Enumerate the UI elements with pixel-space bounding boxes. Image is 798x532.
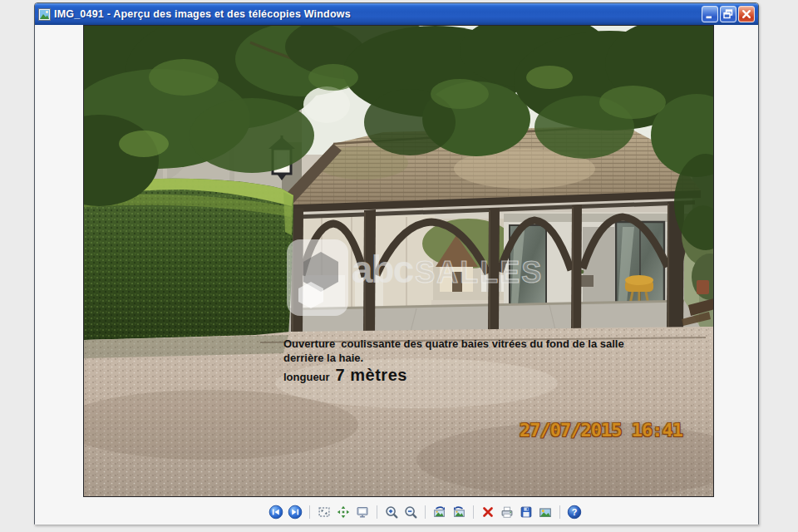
- restore-button[interactable]: [720, 6, 736, 22]
- print-icon: [500, 505, 515, 520]
- toolbar-separator: [473, 505, 474, 519]
- photo-caption: Ouverture coulissante des quatre baies v…: [283, 337, 624, 385]
- next-image-button[interactable]: [287, 504, 303, 520]
- toolbar-separator: [309, 505, 310, 519]
- restore-icon: [722, 8, 734, 20]
- help-button[interactable]: ?: [566, 504, 583, 520]
- svg-text:?: ?: [572, 507, 578, 517]
- edit-image-icon: [538, 505, 553, 520]
- start-slideshow-icon: [355, 505, 370, 520]
- help-icon: ?: [567, 505, 582, 520]
- delete-icon: [480, 505, 495, 520]
- best-fit-icon: [317, 505, 332, 520]
- caption-line-1: Ouverture coulissante des quatre baies v…: [283, 337, 624, 351]
- caption-length-label: longueur: [283, 371, 330, 383]
- actual-size-icon: [336, 505, 351, 520]
- rotate-clockwise-button[interactable]: [431, 504, 448, 520]
- viewer-window: IMG_0491 - Aperçu des images et des télé…: [34, 2, 759, 525]
- rotate-counterclockwise-button[interactable]: [451, 504, 467, 520]
- toolbar-separator: [425, 505, 426, 519]
- caption-line-2: derrière la haie.: [283, 351, 624, 365]
- edit-image-button[interactable]: [537, 504, 554, 520]
- zoom-out-icon: [403, 505, 418, 520]
- previous-image-icon: [268, 505, 283, 520]
- toolbar-separator: [377, 505, 377, 519]
- save-button[interactable]: [518, 504, 534, 520]
- best-fit-button[interactable]: [316, 504, 332, 520]
- minimize-icon: [704, 8, 716, 20]
- close-icon: [741, 8, 752, 20]
- rotate-clockwise-icon: [432, 505, 447, 520]
- zoom-out-button[interactable]: [402, 504, 419, 520]
- actual-size-button[interactable]: [335, 504, 352, 520]
- viewer-content-area: abc SALLES Ouverture coulissante des qua…: [35, 25, 758, 525]
- photo-image: abc SALLES Ouverture coulissante des qua…: [83, 25, 714, 497]
- rotate-counterclockwise-icon: [451, 505, 466, 520]
- start-slideshow-button[interactable]: [354, 504, 371, 520]
- picture-and-fax-viewer-icon: [38, 8, 51, 21]
- print-button[interactable]: [499, 504, 515, 520]
- window-title: IMG_0491 - Aperçu des images et des télé…: [54, 8, 698, 20]
- save-icon: [519, 505, 534, 520]
- next-image-icon: [288, 505, 303, 520]
- zoom-in-button[interactable]: [383, 504, 400, 520]
- previous-image-button[interactable]: [268, 504, 284, 520]
- delete-button[interactable]: [480, 504, 496, 520]
- title-bar[interactable]: IMG_0491 - Aperçu des images et des télé…: [35, 3, 758, 25]
- window-controls: [702, 6, 755, 22]
- desktop: { "window": { "title": "IMG_0491 - Aperç…: [0, 0, 798, 532]
- close-button[interactable]: [738, 6, 755, 22]
- photo-timestamp: 27/07/2015 16:41: [520, 420, 682, 441]
- toolbar-separator: [559, 505, 560, 519]
- minimize-button[interactable]: [702, 6, 718, 22]
- caption-length-value: 7 mètres: [336, 366, 407, 385]
- viewer-toolbar: ?: [268, 502, 583, 522]
- zoom-in-icon: [384, 505, 399, 520]
